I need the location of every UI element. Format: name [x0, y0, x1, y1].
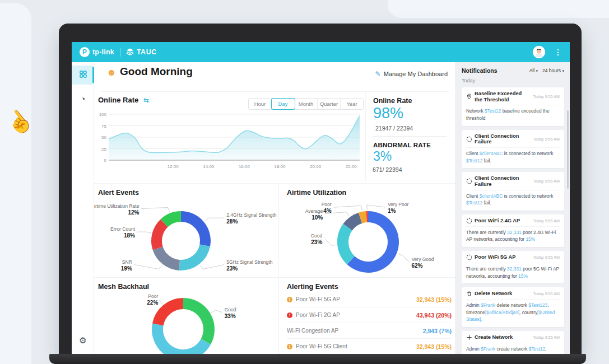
laptop-frame: P tp-link TAUC ⋮: [59, 24, 582, 354]
product-name: TAUC: [137, 48, 157, 56]
alerting-event-label: Poor Wi-Fi 5G Client: [296, 343, 416, 349]
svg-text:Good: Good: [225, 307, 236, 312]
svg-text:12:00: 12:00: [168, 164, 179, 169]
notification-card[interactable]: Create Network Today 9:55 AM Admin $Fran…: [462, 331, 564, 354]
notifications-time-filter[interactable]: 24 hours ▾: [542, 68, 564, 73]
alert-events-donut-chart: 2.4GHz Signal Strength28%5GHz Signal Str…: [94, 197, 279, 277]
notification-title: Delete Network: [475, 291, 531, 297]
alerting-event-row[interactable]: ! Poor Wi-Fi 5G AP 32,943 (15%): [287, 292, 452, 307]
warning-dot-icon: !: [287, 297, 292, 302]
notification-card[interactable]: Poor WiFi 5G AP Today 9:55 AM There are …: [462, 251, 564, 283]
svg-text:22%: 22%: [147, 300, 158, 306]
alerting-event-pct: (20%): [434, 312, 452, 319]
alerting-event-value: 32,943: [416, 343, 434, 350]
background-shape: [0, 3, 31, 364]
user-avatar[interactable]: [533, 46, 545, 58]
plus-icon: [466, 334, 475, 340]
notification-title: Create Network: [475, 334, 531, 340]
tp-link-logo-icon: P: [80, 47, 90, 57]
tab-hour[interactable]: Hour: [249, 99, 272, 109]
svg-text:18:00: 18:00: [274, 164, 286, 169]
online-rate-detail: 21947 / 22394: [375, 125, 413, 132]
notification-body: Client $clientABC is connected to networ…: [466, 150, 560, 164]
tab-day[interactable]: Day: [272, 99, 295, 109]
divider: [365, 92, 366, 181]
notifications-group-label: Today: [462, 78, 564, 83]
abnormal-rate-value: 3%: [373, 149, 392, 164]
svg-text:Very Good: Very Good: [411, 256, 434, 262]
more-menu-icon[interactable]: ⋮: [554, 48, 562, 56]
tab-year[interactable]: Year: [341, 99, 363, 109]
pin-icon: [466, 94, 475, 100]
svg-text:Poor: Poor: [148, 293, 158, 299]
notifications-title: Notifications: [462, 67, 525, 74]
background-shape: [388, 0, 609, 18]
sidebar-item-settings[interactable]: ⚙: [72, 332, 94, 349]
notification-card[interactable]: Client Connection Failure Today 9:55 AM …: [462, 130, 564, 169]
svg-text:75: 75: [101, 124, 106, 129]
alerting-events-title: Alerting Events: [287, 283, 338, 291]
alerting-event-pct: (7%): [438, 328, 452, 334]
airtime-utilization-title: Airtime Utilization: [287, 189, 346, 197]
alerting-event-pct: (15%): [434, 343, 452, 350]
gear-icon: ⚙: [79, 335, 86, 346]
svg-text:22:00: 22:00: [346, 164, 357, 169]
notification-body: Admin $Frank delete network $Test123, ti…: [466, 302, 560, 323]
svg-text:23%: 23%: [311, 239, 322, 245]
svg-text:1%: 1%: [388, 208, 396, 214]
svg-text:33%: 33%: [225, 313, 236, 319]
swap-icon[interactable]: ⇆: [143, 96, 149, 104]
sidebar-item-dashboard[interactable]: [72, 66, 94, 85]
svg-text:2.4GHz Signal Strength: 2.4GHz Signal Strength: [226, 212, 277, 218]
svg-text:62%: 62%: [411, 263, 422, 269]
svg-text:Average: Average: [305, 208, 323, 214]
notifications-panel: Notifications All ▾ 24 hours ▾ Today Bas…: [455, 62, 570, 354]
scrollbar-thumb[interactable]: [567, 110, 569, 189]
alerting-event-row[interactable]: Wi-Fi Congestion AP 2,943 (7%): [287, 323, 452, 339]
page-title: Good Morning: [120, 66, 193, 78]
notification-card[interactable]: Delete Network Today 9:55 AM Admin $Fran…: [462, 287, 564, 327]
sidebar-item-reports[interactable]: ◔: [72, 90, 94, 107]
notification-title: Poor WiFi 5G AP: [475, 254, 531, 260]
warning-dot-icon: !: [287, 312, 292, 318]
svg-text:25: 25: [101, 147, 106, 152]
notification-time: Today 9:55 AM: [533, 291, 560, 296]
abnormal-rate-detail: 671/ 22394: [373, 166, 402, 173]
manage-dashboard-label: Manage My Dashboard: [384, 71, 448, 77]
manage-dashboard-button[interactable]: ✎Manage My Dashboard: [375, 70, 448, 78]
notification-body: Network $Test12 baseline exceeded the th…: [466, 108, 560, 122]
chevron-down-icon: ▾: [562, 69, 564, 73]
online-rate-area-chart: 025507510012:0014:0016:0018:0020:0022:00: [94, 110, 363, 174]
page-background: ☝ P tp-link TAUC ⋮: [0, 0, 609, 364]
tab-quarter[interactable]: Quarter: [318, 99, 341, 109]
svg-text:Airtime Utilization Rate: Airtime Utilization Rate: [94, 203, 140, 209]
alerting-event-label: Poor Wi-Fi 5G AP: [296, 296, 416, 302]
svg-text:5GHz Signal Strength: 5GHz Signal Strength: [226, 259, 272, 265]
svg-text:18%: 18%: [124, 232, 135, 239]
alerting-event-row[interactable]: ! Poor Wi-Fi 5G Client 32,943 (15%): [287, 339, 452, 354]
alerting-event-label: Poor Wi-Fi 2G AP: [296, 312, 416, 318]
notification-card[interactable]: Poor WiFi 2.4G AP Today 9:55 AM There ar…: [462, 214, 564, 247]
notification-card[interactable]: Client Connection Failure Today 9:55 AM …: [462, 172, 564, 211]
notification-title: Baseline Exceeded the Threshold: [475, 91, 531, 102]
grid-icon: [79, 70, 87, 81]
tab-month[interactable]: Month: [295, 99, 318, 109]
warning-dot-icon: !: [287, 344, 292, 349]
alerting-events-list: ! Poor Wi-Fi 5G AP 32,943 (15%) ! Poor W…: [287, 292, 452, 354]
pie-chart-icon: ◔: [80, 94, 85, 104]
mesh-backhaul-donut-chart: Good33%Poor22%: [94, 288, 279, 354]
airtime-utilization-donut-chart: Very Good62%Good23%Average10%Poor4%Very …: [280, 196, 454, 277]
chevron-down-icon: ▾: [536, 69, 538, 73]
alerting-event-row[interactable]: ! Poor Wi-Fi 2G AP 43,943 (20%): [287, 307, 452, 323]
notifications-scope-filter[interactable]: All ▾: [529, 68, 538, 73]
notification-title: Poor WiFi 2.4G AP: [475, 218, 531, 224]
brand-name: tp-link: [92, 48, 114, 56]
notification-title: Client Connection Failure: [475, 133, 531, 145]
svg-text:Very Poor: Very Poor: [388, 202, 408, 207]
svg-text:20:00: 20:00: [310, 164, 322, 169]
svg-text:SNR: SNR: [122, 259, 132, 265]
notification-card[interactable]: Baseline Exceeded the Threshold Today 9:…: [462, 87, 564, 126]
alerting-event-value: 32,943: [416, 296, 434, 303]
pencil-icon: ✎: [375, 70, 381, 78]
app-screen: P tp-link TAUC ⋮: [72, 42, 570, 354]
